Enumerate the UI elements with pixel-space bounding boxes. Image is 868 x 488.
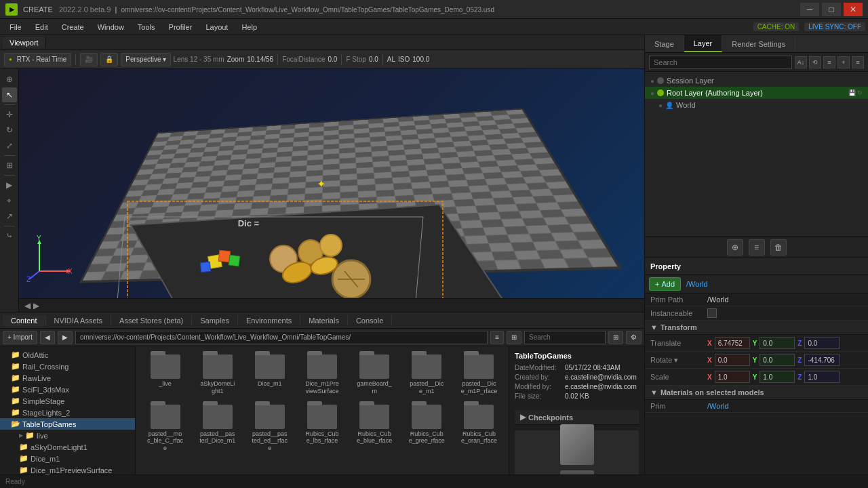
translate-z-input[interactable] [804,337,840,349]
menu-edit[interactable]: Edit [28,22,55,33]
tree-item-stagelights[interactable]: 📁 StageLights_2 [0,407,135,418]
vp-tool-camera[interactable]: ▶ [2,178,17,192]
grid-view-button[interactable]: ⊞ [608,331,623,344]
translate-x-input[interactable] [715,337,750,349]
filter-icon-button[interactable]: ⚙ [626,331,642,344]
tree-item-tabletop[interactable]: 📂 TableTopGames [0,418,135,430]
instanceable-checkbox[interactable] [707,308,717,318]
menu-create[interactable]: Create [55,22,91,33]
search-layers-btn[interactable]: ≡ [823,56,835,68]
rotate-z-input[interactable] [804,354,840,366]
maximize-button[interactable]: □ [822,3,841,16]
menu-file[interactable]: File [3,22,28,33]
file-item-dice-prev[interactable]: Dice_m1PreviewSurface [298,352,346,398]
vp-tool-move[interactable]: ✛ [2,107,17,122]
menu-profiler[interactable]: Profiler [162,22,199,33]
add-property-button[interactable]: + Add [649,277,681,291]
perspective-button[interactable]: Perspective ▾ [121,53,170,66]
file-item-pasted-dice2[interactable]: pasted__Dice_m1P_rface [455,352,503,398]
search-sort-btn[interactable]: A↓ [795,56,807,68]
menu-window[interactable]: Window [91,22,131,33]
nav-right[interactable]: ▶ [33,301,39,310]
bookmark-button[interactable]: ⊞ [507,331,521,344]
tab-environments[interactable]: Environments [238,315,300,326]
delete-layer-btn[interactable]: 🗑 [770,239,787,256]
filter-button[interactable]: ≡ [490,331,504,344]
back-button[interactable]: ◀ [40,331,55,344]
rotate-x-input[interactable] [715,354,750,366]
forward-button[interactable]: ▶ [58,331,73,344]
rtx-button[interactable]: RTX - Real Time [4,53,71,66]
file-item-rubics-green[interactable]: Rubics_Cube_gree_rface [403,402,451,455]
tree-item-oldattic[interactable]: 📁 OldAttic [0,349,135,361]
viewport-tab[interactable]: Viewport [3,37,46,48]
layer-root[interactable]: ● Root Layer (Authoring Layer) 💾 ↻ [645,87,868,99]
tree-item-sky[interactable]: 📁 aSkyDomeLight1 [0,441,135,453]
vp-tool-select[interactable]: ↖ [2,87,17,102]
file-item-live[interactable]: _live [141,352,189,398]
tab-samples[interactable]: Samples [192,315,238,326]
refresh-layer-btn[interactable]: ↻ [857,89,863,96]
tab-render-settings[interactable]: Render Settings [722,35,795,52]
menu-tools[interactable]: Tools [131,22,162,33]
camera-icon-btn[interactable]: 🎥 [80,53,98,66]
search-menu-btn[interactable]: ≡ [852,56,864,68]
minimize-button[interactable]: ─ [800,3,819,16]
search-refresh-btn[interactable]: ⟲ [809,56,821,68]
tab-layer[interactable]: Layer [684,35,723,52]
file-item-rubics-lbs[interactable]: Rubics_Cube_lbs_rface [298,402,346,455]
checkpoints-section[interactable]: ▶ Checkpoints [515,410,639,425]
vp-tool-scale[interactable]: ⤢ [2,138,17,153]
vp-tool-add[interactable]: ⊕ [2,72,17,87]
scale-y-input[interactable] [760,371,795,383]
rotate-y-input[interactable] [760,354,795,366]
tree-item-scifi[interactable]: 📁 SciFi_3dsMax [0,384,135,395]
tab-console[interactable]: Console [348,315,392,326]
lock-btn[interactable]: 🔒 [100,53,118,66]
vp-tool-orient[interactable]: ↗ [2,209,17,224]
layer-session[interactable]: ● Session Layer [645,75,868,87]
materials-section[interactable]: ▼ Materials on selected models [645,386,868,400]
tree-item-simple[interactable]: 📁 SimpleStage [0,395,135,407]
path-input[interactable] [75,331,488,344]
tab-nvidia-assets[interactable]: NVIDIA Assets [46,315,112,326]
save-layer-btn[interactable]: 💾 [848,89,856,96]
file-item-rubics-orange[interactable]: Rubics_Cube_oran_rface [455,402,503,455]
vp-tool-snap[interactable]: ⌖ [2,193,17,208]
close-button[interactable]: ✕ [844,3,863,16]
tree-item-live[interactable]: ▶ 📁 live [0,430,135,441]
file-item-dice-m1[interactable]: Dice_m1 [245,352,294,398]
file-item-skydome[interactable]: aSkyDomeLight1 [193,352,241,398]
file-item-gameboard[interactable]: gameBoard_m [351,352,399,398]
tab-content[interactable]: Content [3,315,46,326]
layer-world[interactable]: ● 👤 World [645,99,868,111]
vp-tool-universal[interactable]: ⊞ [2,158,17,173]
viewport-canvas[interactable]: ✦ Dic = [19,69,644,298]
tab-stage[interactable]: Stage [645,35,684,52]
file-item-pasted-pasted[interactable]: pasted__pasted_Dice_m1 [193,402,241,455]
transform-section[interactable]: ▼ Transform [645,321,868,335]
tree-item-rail[interactable]: 📁 Rail_Crossing [0,361,135,372]
menu-help[interactable]: Help [235,22,264,33]
file-item-pasted-ed[interactable]: pasted__pasted_ed__rface [245,402,294,455]
translate-y-input[interactable] [760,337,795,349]
search-add-btn[interactable]: + [837,56,850,68]
vp-tool-share[interactable]: ⤷ [2,228,17,243]
add-layer-btn[interactable]: ⊕ [727,239,743,256]
scale-z-input[interactable] [804,371,840,383]
search-input[interactable] [524,331,606,344]
edit-layer-btn[interactable]: ≡ [749,239,765,256]
file-item-rubics-blue[interactable]: Rubics_Cube_blue_rface [351,402,399,455]
file-item-pasted-mob[interactable]: pasted__moc_ble_C_rface [141,402,189,455]
tree-item-dice[interactable]: 📁 Dice_m1 [0,453,135,464]
layer-search-input[interactable] [649,56,792,69]
tab-materials[interactable]: Materials [300,315,348,326]
file-item-pasted-dice[interactable]: pasted__Dice_m1 [403,352,451,398]
tree-item-rawlive[interactable]: 📁 RawLive [0,372,135,384]
tree-item-dice-prev[interactable]: 📁 Dice_m1PreviewSurface [0,464,135,474]
vp-tool-rotate[interactable]: ↻ [2,123,17,138]
tab-asset-stores[interactable]: Asset Stores (beta) [111,315,192,326]
menu-layout[interactable]: Layout [199,22,235,33]
import-button[interactable]: + Import [3,331,37,344]
scale-x-input[interactable] [715,371,750,383]
